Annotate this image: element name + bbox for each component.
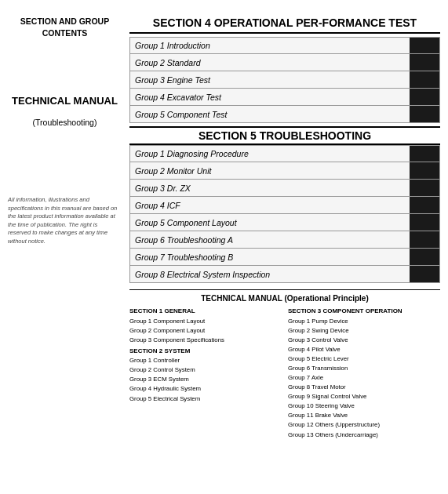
list-item: Group 11 Brake Valve [288, 411, 440, 420]
section3-title: SECTION 3 COMPONENT OPERATION [288, 307, 440, 316]
black-box [410, 89, 439, 105]
group-label: Group 5 Component Test [130, 107, 410, 122]
list-item: Group 8 Travel Motor [288, 383, 440, 392]
list-item: Group 13 Others (Undercarriage) [288, 430, 440, 440]
list-item: Group 2 Control System [129, 365, 282, 375]
list-item: Group 4 Hydraulic System [129, 384, 282, 394]
black-box [410, 214, 439, 231]
list-item: Group 6 Transmission [288, 364, 440, 373]
group-label: Group 8 Electrical System Inspection [130, 267, 410, 282]
group-label: Group 4 ICF [130, 198, 410, 212]
list-item: Group 5 Electric Lever [288, 354, 440, 364]
black-box [410, 180, 439, 196]
section-group-title: SECTION AND GROUP CONTENTS [20, 16, 109, 38]
black-box [410, 38, 439, 53]
group-label: Group 1 Introduction [130, 38, 410, 53]
table-row: Group 5 Component Test [129, 106, 440, 123]
group-label: Group 3 Dr. ZX [130, 181, 410, 195]
group-label: Group 5 Component Layout [130, 216, 410, 230]
black-box [410, 197, 439, 213]
table-row: Group 1 Introduction [129, 37, 440, 54]
group-label: Group 6 Troubleshooting A [130, 233, 410, 247]
table-row: Group 4 ICF [129, 197, 440, 214]
bottom-section: TECHNICAL MANUAL (Operational Principle)… [129, 289, 440, 439]
black-box [410, 162, 439, 179]
list-item: Group 3 Component Specifications [129, 336, 282, 345]
technical-manual-title: TECHNICAL MANUAL [12, 95, 118, 108]
section4-groups: Group 1 Introduction Group 2 Standard Gr… [129, 37, 440, 123]
table-row: Group 3 Dr. ZX [129, 180, 440, 197]
table-row: Group 1 Diagnosing Procedure [129, 145, 440, 162]
black-box [410, 249, 439, 265]
bottom-title: TECHNICAL MANUAL (Operational Principle) [129, 294, 440, 303]
table-row: Group 7 Troubleshooting B [129, 249, 440, 266]
left-column: SECTION AND GROUP CONTENTS TECHNICAL MAN… [8, 16, 122, 486]
section4-heading: SECTION 4 OPERATIONAL PER-FORMANCE TEST [129, 16, 440, 34]
group-label: Group 7 Troubleshooting B [130, 250, 410, 264]
page: SECTION AND GROUP CONTENTS TECHNICAL MAN… [0, 0, 448, 494]
section1-title: SECTION 1 GENERAL [129, 307, 282, 316]
list-item: Group 12 Others (Upperstructure) [288, 420, 440, 430]
table-row: Group 4 Excavator Test [129, 89, 440, 106]
right-column: SECTION 4 OPERATIONAL PER-FORMANCE TEST … [129, 16, 440, 486]
section5-groups: Group 1 Diagnosing Procedure Group 2 Mon… [129, 145, 440, 283]
black-box [410, 231, 439, 248]
black-box [410, 54, 439, 71]
list-item: Group 3 Control Valve [288, 336, 440, 345]
section2-title: SECTION 2 SYSTEM [129, 347, 282, 356]
black-box [410, 106, 439, 122]
group-label: Group 2 Standard [130, 56, 410, 70]
table-row: Group 2 Standard [129, 54, 440, 71]
list-item: Group 2 Swing Device [288, 326, 440, 336]
group-label: Group 2 Monitor Unit [130, 164, 410, 178]
black-box [410, 146, 439, 162]
group-label: Group 4 Excavator Test [130, 90, 410, 104]
black-box [410, 266, 439, 282]
black-box [410, 71, 439, 88]
group-label: Group 3 Engine Test [130, 73, 410, 87]
table-row: Group 5 Component Layout [129, 214, 440, 231]
list-item: Group 1 Component Layout [129, 317, 282, 326]
table-row: Group 6 Troubleshooting A [129, 231, 440, 249]
list-item: Group 9 Signal Control Valve [288, 392, 440, 401]
list-item: Group 10 Steering Valve [288, 401, 440, 411]
list-item: Group 4 Pilot Valve [288, 345, 440, 354]
table-row: Group 2 Monitor Unit [129, 162, 440, 180]
list-item: Group 5 Electrical System [129, 394, 282, 404]
table-row: Group 3 Engine Test [129, 71, 440, 89]
list-item: Group 7 Axle [288, 373, 440, 383]
bottom-columns: SECTION 1 GENERAL Group 1 Component Layo… [129, 307, 440, 439]
list-item: Group 1 Controller [129, 356, 282, 365]
table-row: Group 8 Electrical System Inspection [129, 266, 440, 283]
disclaimer-text: All information, illustrations and speci… [8, 196, 122, 245]
group-label: Group 1 Diagnosing Procedure [130, 147, 410, 161]
technical-manual-sub: (Troubleshooting) [33, 118, 97, 127]
list-item: Group 1 Pump Device [288, 317, 440, 326]
list-item: Group 3 ECM System [129, 375, 282, 384]
list-item: Group 2 Component Layout [129, 326, 282, 336]
section5-heading: SECTION 5 TROUBLESHOOTING [129, 126, 440, 145]
bottom-col1: SECTION 1 GENERAL Group 1 Component Layo… [129, 307, 282, 439]
bottom-col2: SECTION 3 COMPONENT OPERATION Group 1 Pu… [288, 307, 440, 439]
